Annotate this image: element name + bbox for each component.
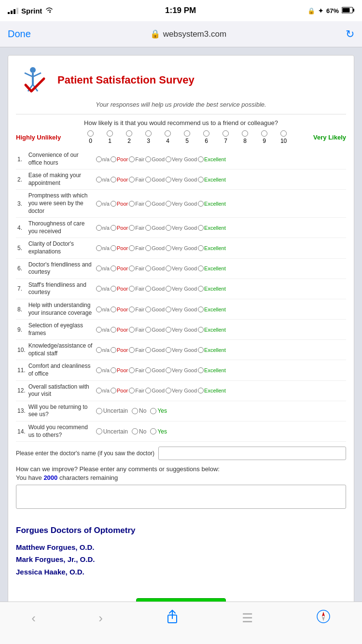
opt-vgood: Very Good: [166, 156, 197, 162]
scale-3: 3: [139, 130, 158, 144]
opt-vgood: Very Good: [166, 266, 197, 271]
q-options-cell: n/a Poor Fair Good Very Good: [95, 238, 346, 258]
bluetooth-icon: ✦: [318, 7, 323, 14]
questions-table: 1. Convenience of our office hours n/a P…: [16, 149, 346, 442]
compass-button[interactable]: [316, 609, 331, 627]
opt-vgood: Very Good: [166, 245, 197, 251]
comments-textarea[interactable]: [16, 485, 346, 509]
status-right: 🔒 ✦ 67%: [307, 7, 354, 15]
table-row: 8. Help with understanding your insuranc…: [16, 299, 346, 319]
q-num: 12.: [16, 380, 27, 401]
opt-good: Good: [145, 201, 165, 207]
opt-fair: Fair: [129, 245, 144, 251]
opt-excellent: Excellent: [198, 347, 226, 353]
scale-4: 4: [158, 130, 178, 144]
opt-poor: Poor: [111, 156, 128, 162]
opt-excellent: Excellent: [198, 201, 226, 207]
q-options-cell: n/a Poor Fair Good Very Good: [95, 360, 346, 380]
share-button[interactable]: [166, 609, 179, 627]
opt-excellent: Excellent: [198, 177, 226, 182]
opt-good: Good: [145, 347, 165, 353]
recommend-section: How likely is it that you would recommen…: [16, 114, 346, 144]
scale-6: 6: [197, 130, 216, 144]
opt-vgood: Very Good: [166, 327, 197, 333]
table-row: 11. Comfort and cleanliness of office n/…: [16, 360, 346, 380]
doctor-section: Please enter the doctor's name (if you s…: [16, 447, 346, 460]
opt-good: Good: [145, 367, 165, 373]
q-options-cell: n/a Poor Fair Good Very Good: [95, 279, 346, 299]
opt-fair: Fair: [129, 367, 144, 373]
q-num: 10.: [16, 340, 27, 360]
q-text: Comfort and cleanliness of office: [27, 360, 95, 380]
opt-vgood: Very Good: [166, 367, 197, 373]
q-options-cell: n/a Poor Fair Good Very Good: [95, 320, 346, 340]
doctors-list: Matthew Forgues, O.D.Mark Forgues, Jr., …: [16, 541, 346, 578]
scale-wrapper: 0 1 2 3 4 5 6 7 8 9 10: [81, 130, 293, 144]
doctor-name-input[interactable]: [158, 447, 346, 460]
chars-remaining: 2000: [43, 474, 57, 481]
url-bar[interactable]: 🔒 websystem3.com: [150, 29, 226, 39]
opt-excellent: Excellent: [198, 367, 226, 373]
special-options-cell: Uncertain No Yes: [95, 421, 346, 442]
table-row: 2. Ease of making your appointment n/a P…: [16, 169, 346, 190]
survey-subtitle: Your responses will help us provide the …: [16, 101, 346, 108]
chars-label: characters remaining: [59, 474, 118, 481]
opt-no: No: [132, 407, 146, 414]
opt-vgood: Very Good: [166, 388, 197, 393]
doctor-name: Jessica Haake, O.D.: [16, 566, 346, 578]
battery-icon: [342, 7, 354, 15]
practice-name: Forgues Doctors of Optometry: [16, 526, 346, 535]
comments-section: How can we improve? Please enter any com…: [16, 465, 346, 510]
doctor-name: Mark Forgues, Jr., O.D.: [16, 553, 346, 566]
table-row: 5. Clarity of Doctor's explanations n/a …: [16, 238, 346, 258]
opt-fair: Fair: [129, 225, 144, 231]
done-button[interactable]: Done: [8, 28, 31, 40]
scale-10: 10: [274, 130, 293, 144]
opt-na: n/a: [96, 367, 110, 373]
opt-na: n/a: [96, 388, 110, 393]
table-row: 10. Knowledge/assistance of optical staf…: [16, 340, 346, 360]
opt-vgood: Very Good: [166, 347, 197, 353]
status-bar: Sprint 1:19 PM 🔒 ✦ 67%: [0, 0, 362, 21]
opt-fair: Fair: [129, 388, 144, 393]
scale-1: 1: [100, 130, 120, 144]
q-options-cell: n/a Poor Fair Good Very Good: [95, 258, 346, 279]
table-row: 12. Overall satisfaction with your visit…: [16, 380, 346, 401]
highly-unlikely-label: Highly Unlikely: [16, 134, 61, 141]
scale-7: 7: [216, 130, 236, 144]
opt-na: n/a: [96, 286, 110, 292]
main-content: Patient Satisfaction Survey Your respons…: [0, 47, 362, 635]
doctor-name: Matthew Forgues, O.D.: [16, 541, 346, 554]
q-text: Doctor's friendliness and courtesy: [27, 258, 95, 279]
back-button[interactable]: ‹: [31, 611, 36, 626]
opt-excellent: Excellent: [198, 388, 226, 393]
bottom-nav: ‹ › ☰: [0, 602, 362, 644]
q-options-cell: n/a Poor Fair Good Very Good: [95, 218, 346, 238]
opt-na: n/a: [96, 156, 110, 162]
reload-button[interactable]: ↻: [346, 28, 354, 41]
q-num: 3.: [16, 190, 27, 218]
special-options-cell: Uncertain No Yes: [95, 401, 346, 421]
opt-na: n/a: [96, 177, 110, 182]
opt-poor: Poor: [111, 177, 128, 182]
table-row-special: 13. Will you be returning to see us? Unc…: [16, 401, 346, 421]
you-have-label: You have: [16, 474, 42, 481]
svg-marker-12: [322, 612, 325, 616]
opt-poor: Poor: [111, 245, 128, 251]
bookmarks-button[interactable]: ☰: [242, 611, 253, 626]
opt-na: n/a: [96, 201, 110, 207]
table-row: 4. Thoroughness of care you received n/a…: [16, 218, 346, 238]
q-text: Would you recommend us to others?: [27, 421, 95, 442]
recommend-question: How likely is it that you would recommen…: [16, 119, 346, 126]
q-text: Thoroughness of care you received: [27, 218, 95, 238]
table-row: 1. Convenience of our office hours n/a P…: [16, 149, 346, 169]
table-row-special: 14. Would you recommend us to others? Un…: [16, 421, 346, 442]
q-text: Convenience of our office hours: [27, 149, 95, 169]
opt-vgood: Very Good: [166, 201, 197, 207]
q-num: 5.: [16, 238, 27, 258]
opt-excellent: Excellent: [198, 156, 226, 162]
opt-good: Good: [145, 388, 165, 393]
forward-button[interactable]: ›: [98, 611, 103, 626]
q-num: 4.: [16, 218, 27, 238]
svg-line-6: [33, 73, 41, 77]
